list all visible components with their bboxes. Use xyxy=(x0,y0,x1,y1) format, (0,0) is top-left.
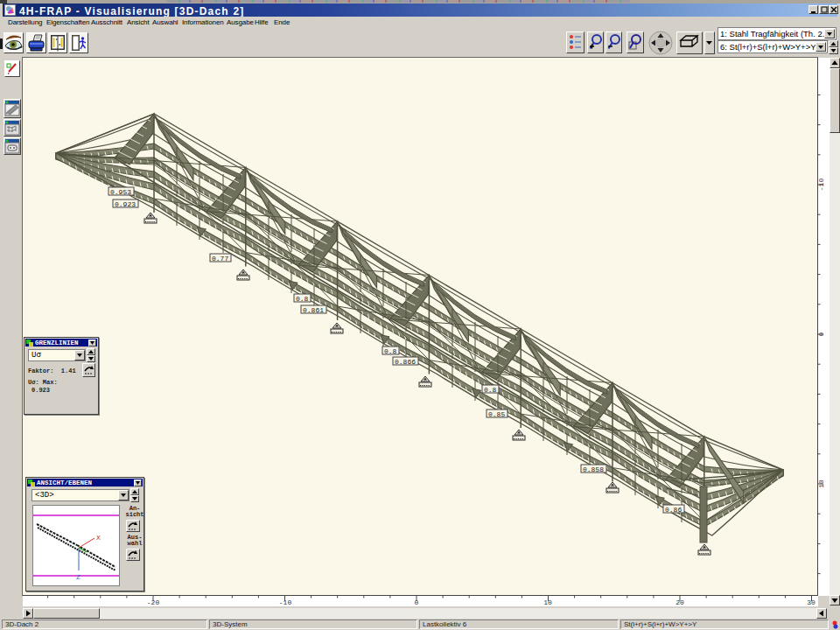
svg-text:0: 0 xyxy=(415,598,419,606)
svg-text:0.86: 0.86 xyxy=(665,506,682,514)
svg-text:0.866: 0.866 xyxy=(395,358,416,366)
svg-text:0.858: 0.858 xyxy=(583,466,604,473)
svg-text:-10: -10 xyxy=(817,178,825,192)
svg-text:0.8: 0.8 xyxy=(384,347,397,355)
svg-text:0.8: 0.8 xyxy=(296,295,309,303)
svg-text:0.923: 0.923 xyxy=(115,200,136,208)
svg-text:0.8: 0.8 xyxy=(484,386,497,394)
svg-text:X: X xyxy=(96,534,101,542)
svg-text:0.861: 0.861 xyxy=(303,306,324,314)
svg-text:10: 10 xyxy=(817,480,825,488)
svg-text:-20: -20 xyxy=(147,598,160,606)
svg-text:30: 30 xyxy=(807,598,816,606)
svg-text:20: 20 xyxy=(676,598,684,606)
svg-text:10: 10 xyxy=(543,598,552,606)
svg-text:0: 0 xyxy=(817,332,825,336)
svg-text:0.85: 0.85 xyxy=(488,410,505,418)
svg-text:0.77: 0.77 xyxy=(212,255,228,262)
svg-text:0.953: 0.953 xyxy=(110,188,131,196)
svg-text:Z: Z xyxy=(76,573,80,581)
svg-text:-10: -10 xyxy=(279,598,292,606)
